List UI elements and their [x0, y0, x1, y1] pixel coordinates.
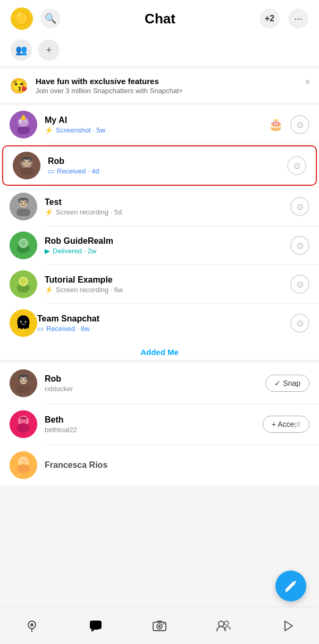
more-options-button[interactable]: ···	[288, 9, 308, 29]
team-snapchat-camera-button[interactable]: ⊙	[290, 313, 309, 333]
added-beth-name: Beth	[45, 415, 263, 425]
added-me-rob[interactable]: Rob rxbtucker ✓ Snap	[0, 363, 319, 403]
test-camera-button[interactable]: ⊙	[290, 197, 309, 216]
rob-guiderealm-name: Rob GuideRealm	[45, 236, 286, 246]
more-icon: ···	[294, 13, 302, 24]
chat-item-rob-guiderealm[interactable]: Rob GuideRealm ▶ Delivered · 2w ⊙	[0, 226, 319, 265]
tutorial-camera-button[interactable]: ⊙	[290, 275, 309, 294]
added-me-beth[interactable]: Beth bethtoal22 + Accept	[0, 404, 319, 444]
rob-guiderealm-camera-button[interactable]: ⊙	[290, 236, 309, 255]
received-icon2: ▭	[37, 325, 44, 333]
rob-camera-button[interactable]: ⊙	[287, 156, 306, 175]
svg-rect-5	[22, 115, 24, 118]
added-beth-info: Beth bethtoal22	[45, 415, 263, 434]
promo-subtitle: Join over 3 million Snapchatters with Sn…	[36, 87, 309, 95]
camera-icon: ⊙	[297, 318, 304, 328]
chat-item-team-snapchat[interactable]: Team Snapchat ▭ Received · 8w ⊙	[0, 304, 319, 342]
added-francesca-name: Francesca Rios	[45, 460, 309, 470]
test-status: ⚡ Screen recording · 5d	[45, 208, 286, 216]
rob-guiderealm-info: Rob GuideRealm ▶ Delivered · 2w	[45, 236, 286, 255]
test-avatar	[10, 193, 37, 220]
camera-icon: ⊙	[297, 279, 304, 290]
svg-point-41	[21, 321, 22, 323]
chat-item-tutorial-example[interactable]: Tutorial Example ⚡ Screen recording · 6w…	[0, 265, 319, 303]
screen-rec-icon2: ⚡	[45, 286, 53, 294]
added-beth-username: bethtoal22	[45, 426, 263, 434]
my-ai-status: ⚡ Screenshot · 5w	[45, 126, 268, 134]
svg-point-23	[21, 202, 22, 204]
nav-map[interactable]	[19, 613, 45, 639]
promo-banner: 😘 Have fun with exclusive features Join …	[0, 69, 319, 102]
my-ai-badge: 🎂	[268, 118, 283, 131]
accept-button[interactable]: + Accept	[263, 416, 309, 433]
test-info: Test ⚡ Screen recording · 5d	[45, 197, 286, 216]
tutorial-example-name: Tutorial Example	[45, 275, 286, 285]
svg-point-52	[24, 376, 27, 378]
svg-point-46	[25, 379, 27, 381]
added-me-list: Rob rxbtucker ✓ Snap Beth bethtoal22 + A…	[0, 363, 319, 485]
chat-item-rob[interactable]: Rob ▭ Received · 4d ⊙	[2, 145, 317, 186]
svg-point-20	[27, 159, 30, 161]
rob-name: Rob	[48, 156, 283, 166]
svg-point-45	[21, 379, 22, 381]
nav-discover[interactable]	[274, 613, 300, 639]
header: 🟡 🔍 Chat +2 ···	[0, 0, 319, 35]
new-chat-button[interactable]: +	[38, 39, 60, 61]
search-button[interactable]: 🔍	[40, 9, 61, 29]
chat-item-my-ai[interactable]: My AI ⚡ Screenshot · 5w 🎂 ⊙	[0, 105, 319, 144]
screenshot-icon: ⚡	[45, 126, 53, 134]
tutorial-example-info: Tutorial Example ⚡ Screen recording · 6w	[45, 275, 286, 294]
my-ai-camera-button[interactable]: ⊙	[290, 115, 309, 134]
promo-emoji: 😘	[10, 77, 28, 95]
groups-icon: 👥	[15, 44, 27, 56]
svg-point-69	[219, 621, 224, 626]
svg-point-34	[20, 240, 27, 246]
svg-rect-15	[20, 168, 33, 175]
promo-close-button[interactable]: ×	[305, 77, 310, 88]
my-ai-avatar	[10, 111, 37, 138]
svg-point-51	[20, 376, 23, 378]
sub-header: 👥 +	[0, 35, 319, 66]
svg-point-62	[30, 623, 33, 626]
test-name: Test	[45, 197, 286, 207]
chat-list: My AI ⚡ Screenshot · 5w 🎂 ⊙	[0, 105, 319, 342]
header-left: 🟡 🔍	[11, 7, 61, 30]
add-friend-icon: +2	[265, 14, 274, 23]
rob-info: Rob ▭ Received · 4d	[48, 156, 283, 175]
svg-point-56	[17, 423, 30, 433]
added-francesca-avatar	[10, 451, 37, 479]
snap-button[interactable]: ✓ Snap	[265, 375, 309, 392]
chat-item-test[interactable]: Test ⚡ Screen recording · 5d ⊙	[0, 187, 319, 226]
nav-camera[interactable]	[146, 613, 173, 639]
team-snapchat-status: ▭ Received · 8w	[37, 325, 286, 333]
nav-chat[interactable]	[82, 613, 109, 639]
camera-icon: ⊙	[297, 241, 304, 251]
add-friend-button[interactable]: +2	[259, 9, 280, 29]
svg-point-9	[25, 121, 26, 122]
page-title: Chat	[61, 11, 259, 27]
received-icon: ▭	[48, 167, 54, 175]
nav-friends[interactable]	[210, 613, 237, 639]
camera-icon: ⊙	[297, 120, 304, 130]
user-avatar[interactable]: 🟡	[11, 7, 33, 30]
team-snapchat-info: Team Snapchat ▭ Received · 8w	[37, 314, 286, 333]
compose-button[interactable]	[275, 571, 306, 601]
svg-point-66	[158, 625, 161, 628]
svg-rect-25	[16, 209, 30, 216]
added-rob-avatar	[10, 369, 37, 397]
added-rob-username: rxbtucker	[45, 385, 265, 393]
promo-text: Have fun with exclusive features Join ov…	[36, 77, 309, 95]
svg-point-19	[23, 159, 26, 161]
groups-button[interactable]: 👥	[11, 39, 32, 61]
screen-rec-icon: ⚡	[45, 208, 53, 216]
svg-point-68	[163, 623, 165, 624]
camera-icon: ⊙	[297, 202, 304, 212]
added-me-francesca[interactable]: Francesca Rios	[0, 445, 319, 485]
user-avatar-emoji: 🟡	[15, 12, 29, 26]
added-rob-name: Rob	[45, 374, 265, 384]
svg-rect-63	[90, 621, 102, 629]
promo-title: Have fun with exclusive features	[36, 77, 309, 86]
svg-rect-3	[17, 127, 30, 134]
svg-point-24	[25, 202, 27, 204]
svg-point-38	[20, 278, 27, 285]
